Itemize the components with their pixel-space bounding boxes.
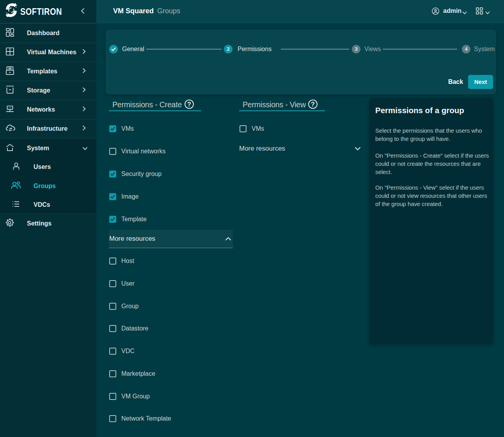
- svg-text:?: ?: [311, 101, 315, 108]
- svg-text:?: ?: [187, 101, 191, 108]
